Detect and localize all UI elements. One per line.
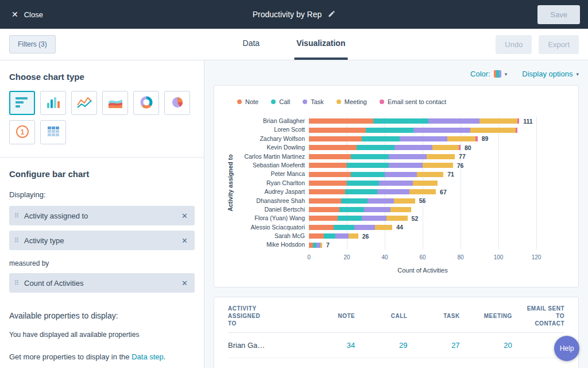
bar-segment[interactable] (400, 136, 447, 141)
bar-segment[interactable] (413, 181, 438, 186)
chart-type-table[interactable] (40, 120, 66, 144)
dimension-chip-activity-type[interactable]: ⠿ Activity type ✕ (9, 231, 195, 250)
bar-segment[interactable] (357, 145, 394, 150)
bar-segment[interactable] (389, 154, 427, 159)
bar-segment[interactable] (470, 128, 516, 133)
bar-segment[interactable] (386, 216, 407, 221)
bar-segment[interactable] (309, 198, 341, 204)
bar-segment[interactable] (347, 181, 379, 186)
bar-segment[interactable] (394, 145, 432, 150)
bar-segment[interactable] (335, 233, 349, 239)
metric-cell[interactable]: 34 (303, 341, 355, 350)
display-options-dropdown[interactable]: Display options ▾ (522, 70, 579, 78)
bar-segment[interactable] (309, 233, 324, 239)
measure-chip-count-of-activities[interactable]: ⠿ Count of Activities ✕ (9, 273, 195, 293)
bar-segment[interactable] (447, 136, 476, 141)
undo-button[interactable]: Undo (496, 35, 532, 54)
bar-segment[interactable] (351, 154, 389, 159)
bar-segment[interactable] (309, 154, 351, 159)
bar-segment[interactable] (309, 163, 347, 168)
bar-segment[interactable] (366, 128, 413, 133)
bar-segment[interactable] (517, 118, 519, 124)
drag-handle-icon[interactable]: ⠿ (14, 213, 19, 219)
chart-type-kpi[interactable]: 1 (9, 120, 35, 144)
bar-segment[interactable] (347, 163, 389, 168)
bar-segment[interactable] (423, 163, 453, 168)
bar-segment[interactable] (309, 128, 366, 133)
bar-segment[interactable] (479, 118, 517, 124)
bar-segment[interactable] (362, 136, 400, 141)
tab-data[interactable]: Data (241, 29, 262, 60)
bar-segment[interactable] (368, 198, 394, 204)
chart-type-line[interactable] (71, 91, 97, 115)
bar-segment[interactable] (334, 225, 354, 230)
metric-cell[interactable]: 27 (407, 341, 459, 350)
bar-segment[interactable] (313, 243, 317, 248)
bar-segment[interactable] (324, 233, 335, 239)
data-step-link[interactable]: Data step (131, 352, 164, 361)
color-dropdown[interactable]: Color: ▾ (470, 70, 507, 78)
bar-segment[interactable] (390, 207, 411, 212)
metric-cell[interactable]: 29 (355, 341, 407, 350)
edit-title-icon[interactable] (327, 10, 335, 20)
bar-segment[interactable] (417, 172, 443, 177)
bar-segment[interactable] (394, 198, 415, 204)
drag-handle-icon[interactable]: ⠿ (14, 237, 19, 244)
chart-type-pie[interactable] (164, 91, 190, 115)
bar-segment[interactable] (428, 118, 479, 124)
legend-item[interactable]: Meeting (336, 98, 367, 105)
chart-type-column[interactable] (40, 91, 66, 115)
chart-type-horizontal-bar[interactable] (9, 91, 35, 115)
bar-segment[interactable] (309, 145, 357, 150)
bar-segment[interactable] (459, 145, 461, 150)
metric-cell[interactable]: 20 (460, 341, 512, 350)
bar-segment[interactable] (516, 128, 517, 133)
legend-item[interactable]: Call (271, 98, 290, 105)
bar-segment[interactable] (409, 189, 436, 194)
bar-segment[interactable] (413, 128, 470, 133)
bar-segment[interactable] (364, 207, 390, 212)
chart-type-donut[interactable] (133, 91, 159, 115)
close-button[interactable]: ✕ Close (8, 10, 47, 20)
bar-segment[interactable] (309, 216, 338, 221)
bar-segment[interactable] (432, 145, 459, 150)
save-button[interactable]: Save (537, 5, 580, 24)
bar-segment[interactable] (375, 225, 392, 230)
bar-segment[interactable] (373, 118, 428, 124)
remove-chip-icon[interactable]: ✕ (181, 236, 188, 245)
bar-segment[interactable] (362, 216, 386, 221)
bar-segment[interactable] (309, 181, 347, 186)
drag-handle-icon[interactable]: ⠿ (14, 280, 19, 286)
bar-segment[interactable] (309, 172, 351, 177)
bar-segment[interactable] (309, 225, 334, 230)
filters-button[interactable]: Filters (3) (9, 35, 56, 53)
tab-visualization[interactable]: Visualization (294, 29, 347, 60)
bar-segment[interactable] (309, 243, 313, 248)
bar-segment[interactable] (351, 172, 385, 177)
help-button[interactable]: Help (554, 336, 579, 361)
bar-segment[interactable] (309, 189, 345, 194)
bar-segment[interactable] (309, 136, 362, 141)
legend-item[interactable]: Note (237, 98, 258, 105)
bar-segment[interactable] (341, 198, 368, 204)
bar-segment[interactable] (339, 207, 364, 212)
bar-segment[interactable] (338, 216, 362, 221)
bar-segment[interactable] (385, 172, 417, 177)
chart-type-area[interactable] (102, 91, 128, 115)
bar-segment[interactable] (389, 163, 423, 168)
bar-segment[interactable] (345, 189, 377, 194)
bar-segment[interactable] (349, 233, 358, 239)
dimension-chip-activity-assigned-to[interactable]: ⠿ Activity assigned to ✕ (9, 206, 195, 225)
bar-segment[interactable] (309, 118, 373, 124)
bar-segment[interactable] (309, 207, 339, 212)
bar-segment[interactable] (427, 154, 455, 159)
bar-segment[interactable] (379, 181, 413, 186)
bar-segment[interactable] (320, 243, 322, 248)
remove-chip-icon[interactable]: ✕ (181, 279, 188, 288)
export-button[interactable]: Export (539, 35, 579, 54)
bar-segment[interactable] (475, 136, 477, 141)
bar-segment[interactable] (354, 225, 375, 230)
legend-item[interactable]: Email sent to contact (380, 98, 446, 105)
bar-segment[interactable] (377, 189, 409, 194)
legend-item[interactable]: Task (303, 98, 324, 105)
